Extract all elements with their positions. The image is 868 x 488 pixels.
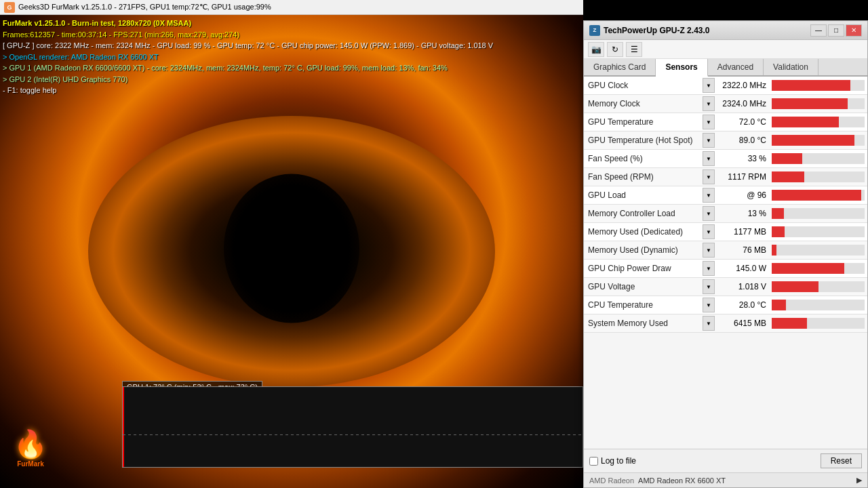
sensor-bar-container bbox=[772, 135, 865, 146]
sensor-name: CPU Temperature bbox=[584, 300, 703, 310]
gpuz-footer: Log to file Reset bbox=[584, 449, 867, 472]
graph-content bbox=[123, 387, 583, 467]
sensor-bar-container bbox=[772, 117, 865, 127]
gpuz-window: Z TechPowerUp GPU-Z 2.43.0 — □ ✕ 📷 ↻ ☰ G… bbox=[583, 20, 868, 488]
sensor-dropdown[interactable]: ▼ bbox=[703, 279, 715, 294]
furmark-pupil bbox=[224, 174, 359, 323]
sensor-value: 33 % bbox=[715, 154, 769, 163]
sensor-value: 72.0 °C bbox=[715, 117, 769, 127]
sensor-row: Fan Speed (RPM) ▼ 1117 RPM bbox=[584, 168, 867, 186]
furmark-content: FurMark v1.25.1.0 - Burn-in test, 1280x7… bbox=[0, 15, 583, 488]
log-to-file-label: Log to file bbox=[601, 456, 636, 466]
sensor-bar bbox=[772, 318, 807, 329]
gpuz-title: TechPowerUp GPU-Z 2.43.0 bbox=[604, 26, 710, 35]
sensor-row: GPU Voltage ▼ 1.018 V bbox=[584, 278, 867, 296]
sensor-row: GPU Temperature (Hot Spot) ▼ 89.0 °C bbox=[584, 131, 867, 150]
sensor-bar bbox=[772, 226, 785, 237]
sensor-dropdown[interactable]: ▼ bbox=[703, 298, 715, 312]
sensor-bar bbox=[772, 300, 786, 310]
furmark-line4: > OpenGL renderer: AMD Radeon RX 6600 XT bbox=[3, 52, 493, 63]
furmark-logo: 🔥 FurMark bbox=[14, 428, 47, 468]
sensor-bar bbox=[772, 135, 854, 146]
tab-sensors[interactable]: Sensors bbox=[656, 59, 707, 77]
sensor-value: 2324.0 MHz bbox=[715, 99, 769, 108]
sensor-name: System Memory Used bbox=[584, 319, 703, 328]
furmark-line2: Frames:612357 - time:00:37:14 - FPS:271 … bbox=[3, 29, 493, 41]
furmark-line1: FurMark v1.25.1.0 - Burn-in test, 1280x7… bbox=[3, 18, 493, 29]
sensor-dropdown[interactable]: ▼ bbox=[703, 96, 715, 111]
camera-button[interactable]: 📷 bbox=[588, 42, 604, 57]
sensor-row: Memory Controller Load ▼ 13 % bbox=[584, 205, 867, 223]
sensor-dropdown[interactable]: ▼ bbox=[703, 243, 715, 258]
close-card-icon: ▶ bbox=[856, 476, 862, 485]
furmark-icon: G bbox=[4, 2, 15, 13]
card-name: AMD Radeon RX 6600 XT bbox=[638, 476, 726, 485]
sensor-value: 13 % bbox=[715, 209, 769, 218]
sensor-bar bbox=[772, 190, 861, 201]
refresh-button[interactable]: ↻ bbox=[607, 42, 623, 57]
sensor-bar bbox=[772, 281, 818, 292]
sensor-dropdown[interactable]: ▼ bbox=[703, 115, 715, 129]
sensor-bar bbox=[772, 153, 802, 164]
sensor-dropdown[interactable]: ▼ bbox=[703, 316, 715, 331]
sensor-value: 1177 MB bbox=[715, 227, 769, 237]
sensor-value: 6415 MB bbox=[715, 319, 769, 328]
sensor-dropdown[interactable]: ▼ bbox=[703, 188, 715, 203]
sensor-bar-container bbox=[772, 300, 865, 310]
sensor-value: 1.018 V bbox=[715, 282, 769, 291]
gpuz-icon: Z bbox=[589, 25, 600, 36]
sensor-bar-container bbox=[772, 190, 865, 201]
furmark-window: G Geeks3D FurMark v1.25.1.0 - 271FPS, GP… bbox=[0, 0, 583, 488]
close-button[interactable]: ✕ bbox=[846, 24, 862, 37]
sensor-bar-container bbox=[772, 208, 865, 219]
tab-validation[interactable]: Validation bbox=[764, 59, 818, 75]
sensor-bar-container bbox=[772, 263, 865, 274]
sensor-row: GPU Load ▼ @ 96 bbox=[584, 186, 867, 205]
furmark-line3: [ GPU-Z ] core: 2322 MHz - mem: 2324 MHz… bbox=[3, 40, 493, 52]
furmark-info-overlay: FurMark v1.25.1.0 - Burn-in test, 1280x7… bbox=[3, 18, 493, 96]
sensor-name: GPU Clock bbox=[584, 81, 703, 90]
sensor-bar-container bbox=[772, 245, 865, 256]
sensor-row: System Memory Used ▼ 6415 MB bbox=[584, 314, 867, 333]
sensor-name: GPU Load bbox=[584, 190, 703, 200]
gpuz-toolbar: 📷 ↻ ☰ bbox=[584, 40, 867, 59]
sensor-row: CPU Temperature ▼ 28.0 °C bbox=[584, 296, 867, 314]
maximize-button[interactable]: □ bbox=[828, 24, 844, 37]
sensor-dropdown[interactable]: ▼ bbox=[703, 133, 715, 148]
gpuz-title-left: Z TechPowerUp GPU-Z 2.43.0 bbox=[589, 25, 710, 36]
gpuz-win-controls[interactable]: — □ ✕ bbox=[810, 24, 862, 37]
sensor-row: Memory Clock ▼ 2324.0 MHz bbox=[584, 95, 867, 113]
furmark-flame-icon: 🔥 bbox=[14, 428, 47, 460]
sensor-name: Memory Used (Dynamic) bbox=[584, 245, 703, 255]
sensor-row: Fan Speed (%) ▼ 33 % bbox=[584, 150, 867, 168]
log-to-file-checkbox[interactable] bbox=[589, 457, 598, 466]
reset-button[interactable]: Reset bbox=[821, 453, 862, 468]
sensor-name: Memory Clock bbox=[584, 99, 703, 108]
sensor-dropdown[interactable]: ▼ bbox=[703, 78, 715, 93]
furmark-line7: - F1: toggle help bbox=[3, 85, 493, 96]
sensor-bar bbox=[772, 245, 776, 256]
sensor-name: GPU Temperature (Hot Spot) bbox=[584, 136, 703, 145]
sensor-name: GPU Voltage bbox=[584, 282, 703, 291]
sensor-dropdown[interactable]: ▼ bbox=[703, 261, 715, 276]
sensor-name: Fan Speed (RPM) bbox=[584, 172, 703, 182]
sensor-bar bbox=[772, 98, 848, 109]
sensor-bar-container bbox=[772, 318, 865, 329]
sensor-dropdown[interactable]: ▼ bbox=[703, 206, 715, 221]
furmark-line6: > GPU 2 (Intel(R) UHD Graphics 770) bbox=[3, 74, 493, 85]
sensor-dropdown[interactable]: ▼ bbox=[703, 224, 715, 239]
sensor-name: GPU Chip Power Draw bbox=[584, 264, 703, 273]
minimize-button[interactable]: — bbox=[810, 24, 827, 37]
sensor-row: GPU Clock ▼ 2322.0 MHz bbox=[584, 77, 867, 95]
sensor-name: Memory Used (Dedicated) bbox=[584, 227, 703, 237]
graph-cursor bbox=[123, 387, 124, 467]
sensor-dropdown[interactable]: ▼ bbox=[703, 151, 715, 166]
tab-advanced[interactable]: Advanced bbox=[708, 59, 764, 75]
sensor-value: 1117 RPM bbox=[715, 172, 769, 182]
menu-button[interactable]: ☰ bbox=[626, 42, 642, 57]
tab-graphics-card[interactable]: Graphics Card bbox=[584, 59, 656, 75]
gpuz-card-info: AMD Radeon AMD Radeon RX 6600 XT ▶ bbox=[584, 472, 867, 487]
sensor-bar-container bbox=[772, 153, 865, 164]
sensor-dropdown[interactable]: ▼ bbox=[703, 169, 715, 184]
gpuz-sensors-list: GPU Clock ▼ 2322.0 MHz Memory Clock ▼ 23… bbox=[584, 77, 867, 449]
